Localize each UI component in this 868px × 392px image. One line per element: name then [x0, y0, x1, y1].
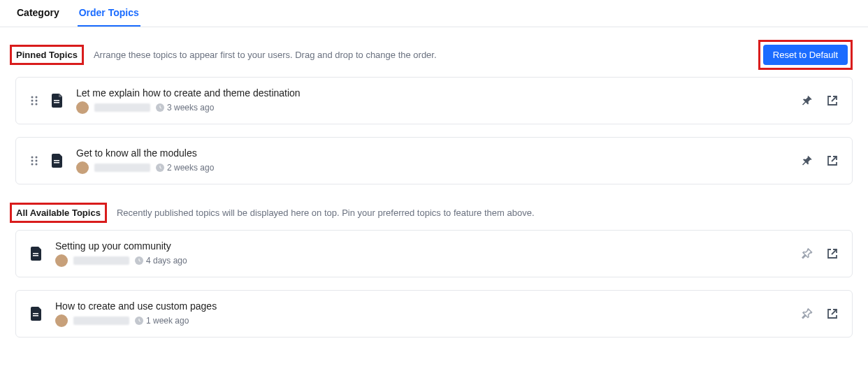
topic-actions: [802, 308, 838, 319]
timestamp-text: 2 weeks ago: [167, 163, 214, 173]
topic-title: How to create and use custom pages: [55, 300, 789, 312]
svg-point-1: [36, 96, 38, 99]
svg-point-10: [36, 157, 38, 159]
svg-point-2: [31, 100, 34, 102]
pin-icon[interactable]: [802, 95, 813, 106]
author-avatar: [76, 101, 89, 114]
svg-rect-15: [54, 160, 59, 161]
svg-point-0: [31, 96, 34, 99]
topic-meta: 1 week ago: [55, 314, 789, 327]
pinned-topics-label: Pinned Topics: [10, 45, 84, 65]
author-name: [94, 164, 150, 172]
topic-title: Setting up your community: [55, 240, 789, 252]
svg-rect-18: [33, 253, 38, 254]
external-link-icon[interactable]: [827, 155, 838, 166]
author-avatar: [76, 161, 89, 174]
svg-rect-16: [54, 162, 59, 164]
svg-point-12: [36, 160, 38, 162]
svg-rect-22: [33, 315, 38, 317]
topic-body: Get to know all the modules 2 weeks ago: [76, 147, 789, 174]
external-link-icon[interactable]: [827, 95, 838, 106]
topic-title: Get to know all the modules: [76, 147, 789, 159]
drag-handle-icon[interactable]: [30, 155, 38, 166]
pinned-section-header: Pinned Topics Arrange these topics to ap…: [0, 27, 868, 77]
available-section-header: All Available Topics Recently published …: [0, 197, 868, 230]
timestamp: 1 week ago: [135, 316, 189, 326]
svg-rect-7: [54, 102, 59, 103]
timestamp: 2 weeks ago: [156, 163, 214, 173]
pinned-topics-list: Let me explain how to create and theme d…: [0, 77, 868, 184]
timestamp-text: 3 weeks ago: [167, 103, 214, 112]
topic-card: Setting up your community 4 days ago: [15, 230, 853, 277]
topic-body: Let me explain how to create and theme d…: [76, 87, 789, 114]
document-icon: [30, 247, 43, 261]
clock-icon: [156, 164, 164, 172]
timestamp: 3 weeks ago: [156, 103, 214, 112]
topic-body: Setting up your community 4 days ago: [55, 240, 789, 267]
external-link-icon[interactable]: [827, 308, 838, 319]
document-icon: [51, 94, 64, 108]
topic-meta: 4 days ago: [55, 254, 789, 267]
pin-outline-icon[interactable]: [802, 308, 813, 319]
timestamp: 4 days ago: [135, 256, 187, 266]
clock-icon: [156, 103, 164, 112]
reset-to-default-button[interactable]: Reset to Default: [763, 45, 848, 65]
timestamp-text: 1 week ago: [146, 316, 189, 326]
svg-point-4: [31, 103, 34, 106]
topic-actions: [802, 95, 838, 106]
tabs-bar: Category Order Topics: [0, 0, 868, 27]
document-icon: [30, 307, 43, 321]
svg-point-11: [31, 160, 34, 162]
svg-rect-19: [33, 255, 38, 256]
all-available-topics-label: All Available Topics: [10, 203, 107, 223]
topic-actions: [802, 248, 838, 259]
topic-card: Get to know all the modules 2 weeks ago: [15, 137, 853, 184]
svg-rect-21: [33, 313, 38, 314]
reset-button-highlight: Reset to Default: [758, 40, 853, 70]
timestamp-text: 4 days ago: [146, 256, 187, 266]
topic-title: Let me explain how to create and theme d…: [76, 87, 789, 99]
author-name: [94, 103, 150, 112]
tab-order-topics[interactable]: Order Topics: [78, 6, 140, 27]
topic-card: How to create and use custom pages 1 wee…: [15, 290, 853, 337]
author-avatar: [55, 314, 68, 327]
author-avatar: [55, 254, 68, 267]
topic-meta: 2 weeks ago: [76, 161, 789, 174]
pin-outline-icon[interactable]: [802, 248, 813, 259]
svg-point-13: [31, 164, 34, 166]
topic-meta: 3 weeks ago: [76, 101, 789, 114]
pinned-topics-description: Arrange these topics to appear first to …: [94, 50, 748, 60]
clock-icon: [135, 256, 143, 265]
author-name: [73, 256, 129, 265]
svg-point-3: [36, 100, 38, 102]
svg-point-5: [36, 103, 38, 106]
available-topics-list: Setting up your community 4 days ago: [0, 230, 868, 337]
topic-actions: [802, 155, 838, 166]
external-link-icon[interactable]: [827, 248, 838, 259]
svg-point-9: [31, 157, 34, 159]
topic-card: Let me explain how to create and theme d…: [15, 77, 853, 124]
drag-handle-icon[interactable]: [30, 95, 38, 106]
clock-icon: [135, 317, 143, 325]
topic-body: How to create and use custom pages 1 wee…: [55, 300, 789, 327]
tab-category[interactable]: Category: [15, 6, 61, 27]
svg-point-14: [36, 164, 38, 166]
author-name: [73, 317, 129, 325]
all-available-topics-description: Recently published topics will be displa…: [117, 208, 853, 218]
document-icon: [51, 154, 64, 168]
pin-icon[interactable]: [802, 155, 813, 166]
svg-rect-6: [54, 100, 59, 101]
